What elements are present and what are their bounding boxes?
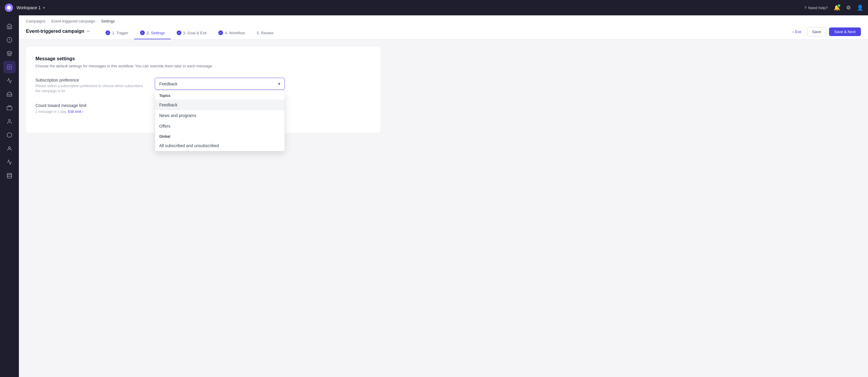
edit-limit-link[interactable]: Edit limit ›: [68, 109, 84, 114]
sub-header: Campaigns / Event-triggered campaign / S…: [19, 15, 868, 40]
tab-trigger[interactable]: ✓ 1. Trigger: [99, 27, 134, 39]
subscription-dropdown[interactable]: Feedback ▾: [155, 78, 285, 90]
tabs-actions: ‹ Exit Save Save & Next: [789, 27, 861, 39]
dropdown-item-news[interactable]: News and programs: [155, 110, 284, 121]
tab-trigger-label: 1. Trigger: [112, 31, 128, 35]
tab-check-settings: ✓: [140, 30, 145, 35]
sidebar-item-contacts[interactable]: [3, 115, 16, 128]
svg-rect-4: [7, 107, 12, 110]
workspace-title[interactable]: Workspace 1 ▼: [17, 5, 45, 10]
chevron-down-icon: ▼: [42, 6, 45, 9]
breadcrumb-settings: Settings: [101, 19, 115, 23]
breadcrumb-campaigns[interactable]: Campaigns: [26, 19, 45, 23]
subscription-selected-value: Feedback: [159, 82, 177, 86]
svg-point-7: [7, 174, 11, 175]
message-limit-info: 1 message in 1 day. Edit limit ›: [35, 109, 148, 114]
workspace-name: Workspace 1: [17, 5, 40, 10]
subscription-hint: Please select a subscription preference …: [35, 84, 148, 94]
sidebar-item-messages[interactable]: [3, 88, 16, 100]
subscription-dropdown-menu: Topics Feedback News and programs Offers…: [155, 90, 285, 151]
exit-button[interactable]: ‹ Exit: [789, 28, 804, 36]
workspace-logo: [5, 4, 13, 12]
tab-settings-label: 2. Settings: [147, 31, 164, 35]
top-nav: Workspace 1 ▼ ? Need help? 🔔 ⚙ 👤: [0, 0, 868, 15]
chevron-left-icon: ‹: [793, 30, 794, 34]
notification-bell-icon[interactable]: 🔔: [834, 4, 840, 11]
content-area: Message settings Choose the default sett…: [19, 40, 868, 377]
sidebar-item-profile[interactable]: [3, 143, 16, 155]
sidebar-item-database[interactable]: [3, 169, 16, 182]
settings-card: Message settings Choose the default sett…: [26, 47, 380, 133]
edit-pencil-icon[interactable]: ✏: [87, 29, 90, 34]
tab-settings[interactable]: ✓ 2. Settings: [134, 27, 170, 39]
dropdown-item-feedback[interactable]: Feedback: [155, 100, 284, 110]
breadcrumb: Campaigns / Event-triggered campaign / S…: [26, 15, 861, 26]
user-avatar-icon[interactable]: 👤: [857, 4, 863, 11]
dropdown-group-global: Global: [155, 131, 284, 140]
settings-gear-icon[interactable]: ⚙: [846, 4, 851, 11]
message-limit-hint-text: 1 message in 1 day.: [35, 109, 67, 114]
tab-workflow[interactable]: ✓ 4. Workflow: [212, 27, 251, 39]
message-limit-label-col: Count toward message limit 1 message in …: [35, 103, 148, 114]
breadcrumb-sep-2: /: [97, 19, 99, 23]
tab-review[interactable]: 5. Review: [251, 27, 279, 39]
dropdown-item-offers[interactable]: Offers: [155, 121, 284, 131]
sidebar-item-campaigns[interactable]: [3, 61, 16, 73]
tab-check-workflow: ✓: [218, 30, 223, 35]
sidebar-item-products[interactable]: [3, 129, 16, 141]
message-limit-label: Count toward message limit: [35, 103, 148, 108]
tabs-list: ✓ 1. Trigger ✓ 2. Settings ✓ 3. Goal & E…: [99, 27, 789, 39]
help-button[interactable]: ? Need help?: [804, 6, 828, 10]
settings-subtitle: Choose the default settings for messages…: [35, 64, 371, 68]
svg-marker-1: [7, 51, 12, 54]
settings-title: Message settings: [35, 56, 371, 61]
sidebar: [0, 15, 19, 377]
tab-review-label: 5. Review: [257, 31, 274, 35]
subscription-label-col: Subscription preference Please select a …: [35, 78, 148, 94]
tab-goal-exit-label: 3. Goal & Exit: [183, 31, 207, 35]
main-area: Campaigns / Event-triggered campaign / S…: [19, 15, 868, 377]
svg-point-6: [8, 147, 10, 149]
campaign-title-area: Event-triggered campaign ✏: [26, 29, 90, 37]
help-circle-icon: ?: [804, 6, 806, 10]
sidebar-item-data[interactable]: [3, 47, 16, 60]
svg-point-5: [8, 119, 10, 121]
save-button[interactable]: Save: [807, 27, 826, 36]
tab-check-trigger: ✓: [105, 30, 110, 35]
dropdown-group-topics: Topics: [155, 91, 284, 100]
save-next-button[interactable]: Save & Next: [829, 28, 861, 36]
subscription-control-col: Feedback ▾ Topics Feedback News and prog…: [155, 78, 371, 90]
sidebar-item-activity[interactable]: [3, 156, 16, 168]
tab-check-goal-exit: ✓: [177, 30, 181, 35]
sidebar-item-home[interactable]: [3, 20, 16, 32]
app-layout: Campaigns / Event-triggered campaign / S…: [0, 15, 868, 377]
breadcrumb-event-triggered[interactable]: Event-triggered campaign: [51, 19, 95, 23]
dropdown-item-all-subscribed[interactable]: All subscribed and unsubscribed: [155, 140, 284, 151]
sidebar-item-announcements[interactable]: [3, 74, 16, 87]
tabs-row: Event-triggered campaign ✏ ✓ 1. Trigger …: [26, 26, 861, 39]
tab-goal-exit[interactable]: ✓ 3. Goal & Exit: [171, 27, 212, 39]
sidebar-item-analytics[interactable]: [3, 34, 16, 46]
nav-right: ? Need help? 🔔 ⚙ 👤: [804, 4, 863, 11]
svg-point-3: [8, 66, 10, 68]
breadcrumb-sep-1: /: [48, 19, 49, 23]
campaign-title: Event-triggered campaign: [26, 29, 84, 34]
dropdown-chevron-down-icon: ▾: [278, 81, 280, 87]
subscription-preference-row: Subscription preference Please select a …: [35, 78, 371, 94]
subscription-label: Subscription preference: [35, 78, 148, 83]
tab-workflow-label: 4. Workflow: [225, 31, 245, 35]
sidebar-item-inbox[interactable]: [3, 102, 16, 114]
